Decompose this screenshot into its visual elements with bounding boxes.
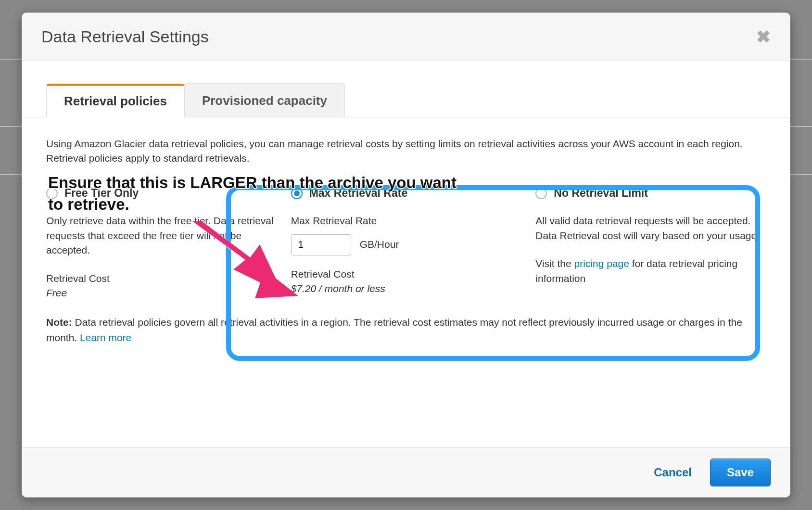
radio-icon <box>535 188 547 199</box>
pricing-line: Visit the pricing page for data retrieva… <box>535 256 766 286</box>
close-icon[interactable]: ✖ <box>756 28 771 46</box>
note-prefix: Note: <box>46 317 75 328</box>
radio-max-rate[interactable]: Max Retrieval Rate <box>291 185 521 201</box>
option-desc: All valid data retrieval requests will b… <box>535 214 766 243</box>
radio-icon <box>46 188 58 199</box>
tab-provisioned-capacity[interactable]: Provisioned capacity <box>184 83 345 117</box>
radio-icon <box>291 188 303 199</box>
modal-title: Data Retrieval Settings <box>41 27 209 46</box>
modal-header: Data Retrieval Settings ✖ <box>22 13 790 61</box>
radio-label: Free Tier Only <box>64 185 139 201</box>
tabs: Retrieval policies Provisioned capacity <box>46 83 766 117</box>
radio-no-limit[interactable]: No Retrieval Limit <box>535 185 766 201</box>
modal-body: Retrieval policies Provisioned capacity … <box>22 61 790 447</box>
option-max-rate: Max Retrieval Rate Max Retrieval Rate GB… <box>291 185 536 301</box>
note-body: Data retrieval policies govern all retri… <box>46 317 742 343</box>
tab-content: Using Amazon Glacier data retrieval poli… <box>22 117 790 355</box>
modal-footer: Cancel Save <box>22 447 790 497</box>
radio-label: No Retrieval Limit <box>554 185 648 201</box>
learn-more-link[interactable]: Learn more <box>80 332 131 343</box>
option-no-limit: No Retrieval Limit All valid data retrie… <box>535 185 766 301</box>
tab-retrieval-policies[interactable]: Retrieval policies <box>46 84 185 117</box>
cancel-button[interactable]: Cancel <box>649 460 697 485</box>
settings-modal: Data Retrieval Settings ✖ Retrieval poli… <box>22 13 790 497</box>
option-free-tier: Free Tier Only Only retrieve data within… <box>46 185 291 301</box>
rate-unit: GB/Hour <box>360 237 399 252</box>
cost-value: Free <box>46 286 277 300</box>
pricing-page-link[interactable]: pricing page <box>574 258 629 269</box>
option-desc: Only retrieve data within the free tier.… <box>46 214 277 257</box>
policy-options: Free Tier Only Only retrieve data within… <box>46 185 766 301</box>
intro-text: Using Amazon Glacier data retrieval poli… <box>46 137 766 166</box>
max-rate-input[interactable] <box>291 234 351 255</box>
cost-label: Retrieval Cost <box>291 267 521 281</box>
radio-label: Max Retrieval Rate <box>309 185 408 201</box>
save-button[interactable]: Save <box>710 459 771 486</box>
cost-label: Retrieval Cost <box>46 271 277 286</box>
visit-prefix: Visit the <box>535 258 574 269</box>
radio-free-tier[interactable]: Free Tier Only <box>46 185 277 201</box>
rate-sub-label: Max Retrieval Rate <box>291 214 521 228</box>
note: Note: Data retrieval policies govern all… <box>46 315 766 345</box>
cost-value: $7.20 / month or less <box>291 281 521 296</box>
rate-row: GB/Hour <box>291 234 521 255</box>
